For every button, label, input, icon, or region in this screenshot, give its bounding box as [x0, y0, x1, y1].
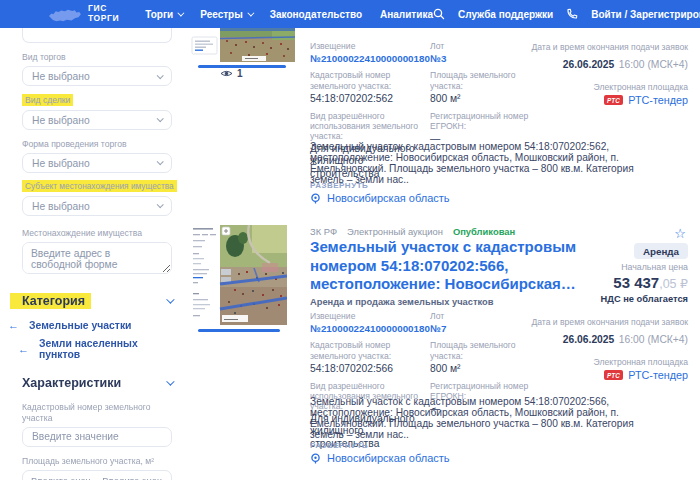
- usage-label: Вид разрешённого использования земельног…: [310, 111, 424, 141]
- phone-icon[interactable]: [566, 8, 578, 20]
- platform-link[interactable]: РТС-тендер: [628, 369, 688, 381]
- listing-card-2: ЗК РФ Электронный аукцион Опубликован Зе…: [190, 215, 700, 480]
- select-value: Не выбрано: [32, 201, 90, 213]
- deadline-value: 26.06.2025 16:00 (МСК+4): [531, 329, 688, 347]
- price-fraction: ,05 ₽: [659, 277, 688, 291]
- expand-link[interactable]: РАЗВЕРНУТЬ: [310, 441, 368, 450]
- expand-link[interactable]: РАЗВЕРНУТЬ: [310, 181, 368, 190]
- subekt-select[interactable]: Не выбрано: [22, 196, 172, 216]
- listing2-tags: ЗК РФ Электронный аукцион Опубликован: [310, 226, 515, 237]
- chevron-down-icon: [157, 72, 164, 79]
- filter-address: Местонахождение имущества: [22, 228, 172, 278]
- deadline-time: 16:00 (МСК+4): [619, 59, 688, 70]
- tag-auction-type: Электронный аукцион: [347, 226, 443, 237]
- vid-torgov-select[interactable]: Не выбрано: [22, 66, 172, 86]
- nav-zakonodatelstvo-label: Законодательство: [270, 9, 362, 20]
- area-from-input[interactable]: [31, 475, 91, 480]
- thumbnail-carousel-indicator[interactable]: [198, 329, 280, 332]
- nav-zakonodatelstvo[interactable]: Законодательство: [270, 9, 362, 20]
- listing2-right-panel: Начальная цена 53 437,05 ₽ НДС не облага…: [531, 262, 688, 381]
- search-icon[interactable]: [433, 8, 445, 20]
- support-link[interactable]: Служба поддержки: [458, 9, 553, 20]
- vat-note: НДС не облагается: [531, 294, 688, 304]
- back-arrow-icon: ←: [8, 320, 19, 331]
- notice-number-link[interactable]: №21000022410000000180: [310, 323, 424, 334]
- back-arrow-icon: ←: [18, 344, 29, 355]
- listing-card-1: 1 Извещение №21000022410000000180 Кадаст…: [190, 28, 700, 215]
- tag-zk-rf: ЗК РФ: [310, 226, 337, 237]
- lot-value[interactable]: №7: [430, 323, 542, 334]
- notice-field: Извещение №21000022410000000180: [310, 311, 424, 334]
- eye-icon: [220, 69, 233, 78]
- filter-area-range: Площадь земельного участка, м² -: [22, 456, 172, 480]
- location-pin-icon: [310, 193, 321, 204]
- category-item-label: Земельные участки: [29, 320, 131, 331]
- header: ГИС ТОРГИ Торги Реестры Законодательство…: [0, 0, 700, 28]
- deadline-date: 26.06.2025: [563, 334, 615, 345]
- region-link[interactable]: Новосибирская область: [310, 192, 450, 204]
- filter-vid-torgov: Вид торгов Не выбрано: [22, 52, 172, 86]
- chevron-down-icon: [166, 378, 174, 386]
- listing1-map-image[interactable]: [190, 28, 295, 66]
- vid-sdelki-select[interactable]: Не выбрано: [22, 110, 172, 130]
- clipped-select[interactable]: [22, 28, 172, 43]
- logo-text: ГИС ТОРГИ: [88, 4, 119, 24]
- notice-label: Извещение: [310, 41, 424, 51]
- filter-forma-torgov: Форма проведения торгов Не выбрано: [22, 139, 172, 173]
- chevron-down-icon: [166, 296, 174, 304]
- filter-label-highlighted: Вид сделки: [22, 94, 73, 106]
- rts-logo-icon: РТС: [604, 95, 623, 105]
- category-item-zemelnye-uchastki[interactable]: ← Земельные участки: [8, 320, 172, 331]
- lot-label: Лот: [430, 311, 542, 321]
- nav-analitika[interactable]: Аналитика: [380, 9, 433, 20]
- views-count: 1: [237, 68, 243, 79]
- listing2-map-image[interactable]: [190, 225, 287, 329]
- category-item-zemli-naselennyh[interactable]: ← Земли населенных пунктов: [18, 338, 172, 360]
- characteristics-header-label: Характеристики: [22, 376, 121, 390]
- filter-sidebar: Вид торгов Не выбрано Вид сделки Не выбр…: [22, 28, 172, 480]
- chevron-down-icon: [157, 202, 164, 209]
- nav-reestry[interactable]: Реестры: [200, 9, 252, 20]
- area-label: Площадь земельного участка:: [430, 70, 542, 90]
- deadline-value: 26.06.2025 16:00 (МСК+4): [531, 54, 688, 72]
- page: ГИС ТОРГИ Торги Реестры Законодательство…: [0, 0, 700, 480]
- cadastral-value: 54:18:070202:566: [310, 363, 424, 375]
- rts-logo-icon: РТС: [604, 370, 623, 380]
- area-field: Площадь земельного участка: 800 м²: [430, 70, 542, 104]
- location-pin-icon: [310, 453, 321, 464]
- platform-link[interactable]: РТС-тендер: [628, 94, 688, 106]
- views-counter: 1: [220, 68, 243, 79]
- notice-field: Извещение №21000022410000000180: [310, 41, 424, 64]
- nav-reestry-label: Реестры: [200, 9, 243, 20]
- listing1-details-col2: Лот №3 Площадь земельного участка: 800 м…: [430, 41, 542, 151]
- chevron-down-icon: [157, 115, 164, 122]
- listing2-description: Земельный участок с кадастровым номером …: [310, 397, 696, 441]
- category-item-label: Земли населенных пунктов: [39, 338, 172, 360]
- login-link[interactable]: Войти / Зарегистрироваться: [591, 9, 700, 20]
- logo-line2: ТОРГИ: [88, 14, 119, 24]
- egrn-label: Регистрационный номер ЕГРОКН:: [430, 111, 542, 131]
- region-link[interactable]: Новосибирская область: [310, 452, 450, 464]
- chevron-down-icon: [178, 9, 185, 16]
- listing1-right-panel: Дата и время окончания подачи заявок 26.…: [531, 42, 688, 106]
- platform-row: РТС РТС-тендер: [531, 369, 688, 381]
- area-to-input[interactable]: [102, 475, 162, 480]
- category-section-header[interactable]: Категория: [22, 294, 172, 308]
- notice-label: Извещение: [310, 311, 424, 321]
- notice-number-link[interactable]: №21000022410000000180: [310, 53, 424, 64]
- logo[interactable]: ГИС ТОРГИ: [48, 4, 119, 24]
- characteristics-section-header[interactable]: Характеристики: [22, 376, 172, 390]
- deadline-label: Дата и время окончания подачи заявок: [531, 42, 688, 52]
- cadastral-label: Кадастровый номер земельного участка:: [310, 70, 424, 90]
- lot-value[interactable]: №3: [430, 53, 542, 64]
- nav-torgi[interactable]: Торги: [145, 9, 182, 20]
- select-value: Не выбрано: [32, 115, 90, 127]
- range-dash: -: [95, 475, 98, 480]
- address-input[interactable]: [22, 242, 172, 274]
- forma-torgov-select[interactable]: Не выбрано: [22, 153, 172, 173]
- favorite-star-icon[interactable]: ☆: [674, 227, 686, 240]
- select-value: Не выбрано: [32, 71, 90, 83]
- cadastral-number-input[interactable]: [22, 427, 172, 447]
- filter-label-highlighted: Субъект местонахождения имущества: [22, 180, 177, 192]
- platform-label: Электронная площадка: [531, 357, 688, 367]
